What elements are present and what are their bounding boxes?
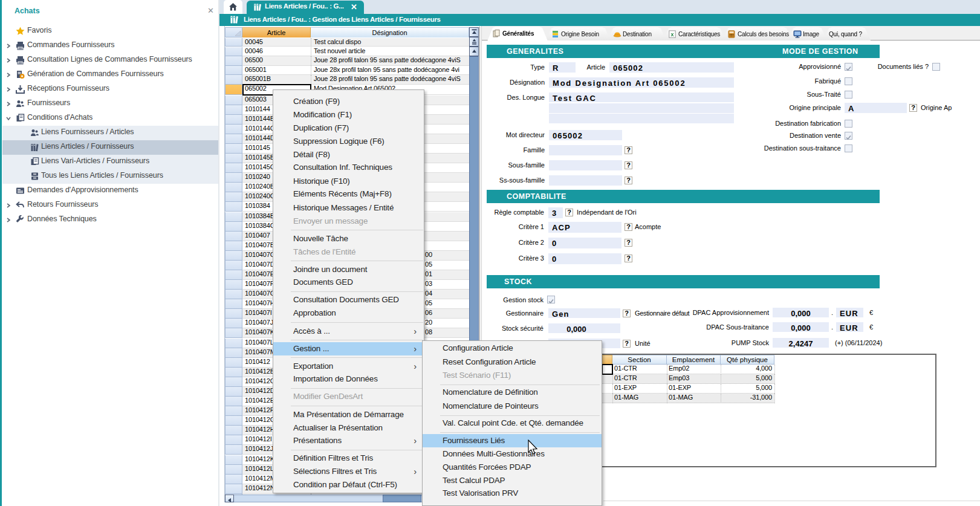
svg-text:x: x [670, 31, 673, 37]
